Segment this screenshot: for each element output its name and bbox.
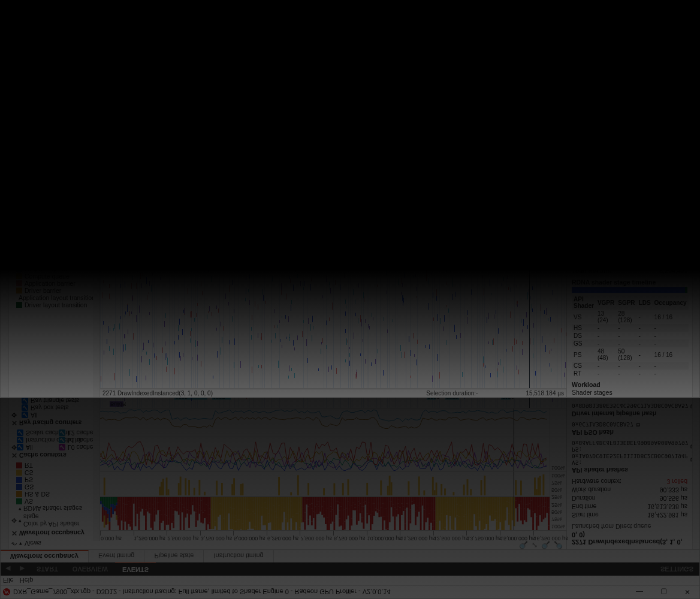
hide-details-rail[interactable]: Hide details bbox=[692, 398, 699, 549]
filter-events-input[interactable] bbox=[11, 248, 83, 256]
undo-icon[interactable]: ↶ bbox=[11, 540, 17, 547]
overlay-slider[interactable] bbox=[11, 239, 92, 246]
search-tool-icon[interactable]: 🔍 bbox=[519, 50, 528, 58]
close-rt-icon[interactable]: ✕ bbox=[11, 419, 17, 427]
search-tool-icon[interactable]: 🔍 bbox=[519, 541, 528, 549]
event-timeline-lane[interactable]: BuildR1995199720672072215649419961998206… bbox=[100, 191, 566, 389]
ray-tracing-lane[interactable] bbox=[100, 162, 566, 191]
zoom-out-icon[interactable]: 🔎 bbox=[554, 50, 563, 58]
time-cursor[interactable] bbox=[514, 69, 514, 127]
cache-all-check[interactable] bbox=[17, 149, 23, 155]
cache-instr-check[interactable] bbox=[17, 156, 23, 162]
nav-start[interactable]: START bbox=[29, 562, 65, 576]
cache-l2-check[interactable] bbox=[59, 430, 65, 437]
nav-back-icon[interactable]: ◀ bbox=[2, 25, 14, 35]
cache-scalar-check[interactable] bbox=[17, 163, 23, 170]
nav-back-icon[interactable]: ◀ bbox=[2, 564, 14, 574]
views-label[interactable]: Views bbox=[25, 540, 41, 547]
zoom-fit-icon[interactable]: ⤢ bbox=[532, 541, 538, 549]
minimize-button[interactable]: — bbox=[627, 586, 651, 599]
zoom-out-icon[interactable]: 🔎 bbox=[554, 541, 563, 549]
tab-instruction-timing[interactable]: Instruction timing bbox=[204, 37, 273, 49]
expand-icon[interactable]: ▾ bbox=[19, 52, 22, 58]
move-rt-icon[interactable]: ✥ bbox=[11, 180, 17, 187]
tab-event-timing[interactable]: Event timing bbox=[89, 37, 145, 49]
expand-icon[interactable]: ▾ bbox=[19, 541, 22, 547]
cache-l2-check[interactable] bbox=[59, 163, 65, 170]
nav-start[interactable]: START bbox=[29, 23, 65, 37]
nav-events[interactable]: EVENTS bbox=[115, 562, 156, 576]
rt-tri-check[interactable] bbox=[22, 398, 28, 404]
cache-l1-check[interactable] bbox=[59, 156, 65, 162]
menu-help[interactable]: Help bbox=[20, 15, 34, 22]
close-cache-icon[interactable]: ✕ bbox=[11, 451, 17, 459]
move-rt-icon[interactable]: ✥ bbox=[11, 412, 17, 419]
tab-pipeline-state[interactable]: Pipeline state bbox=[144, 550, 204, 562]
time-ruler[interactable]: 0.000 µs1,250.000 µs2,500.000 µs3,750.00… bbox=[100, 58, 566, 69]
hide-legend-rail[interactable]: Hide legend bbox=[1, 398, 9, 549]
ev-overlay-head[interactable]: Overlay bbox=[28, 231, 50, 238]
cache-l1-check[interactable] bbox=[59, 437, 65, 444]
nav-events[interactable]: EVENTS bbox=[115, 23, 156, 37]
rt-tri-check[interactable] bbox=[22, 195, 28, 202]
zoom-in-icon[interactable]: 🔍 bbox=[541, 50, 550, 58]
search-icon[interactable]: 🔍 bbox=[84, 249, 92, 256]
move-cache-icon[interactable]: ✥ bbox=[11, 148, 17, 155]
wavefront-occupancy-lane[interactable]: 100% 75% 50% 25% 25% 50% 75% 100% bbox=[100, 471, 566, 530]
copy-icon[interactable]: ⧉ bbox=[636, 171, 640, 178]
hide-legend-rail[interactable]: Hide legend bbox=[1, 50, 9, 397]
nav-forward-icon[interactable]: ▶ bbox=[16, 25, 28, 35]
move-cache-icon[interactable]: ✥ bbox=[11, 444, 17, 451]
cache-l0-check[interactable] bbox=[59, 444, 65, 451]
cache-instr-check[interactable] bbox=[17, 437, 23, 444]
time-ruler[interactable]: 0.000 µs1,250.000 µs2,500.000 µs3,750.00… bbox=[100, 530, 566, 541]
occupancy-color-mode[interactable]: Color by API shader stage bbox=[23, 71, 92, 86]
ray-tracing-lane[interactable] bbox=[100, 408, 566, 437]
move-ev-icon[interactable]: ✥ bbox=[11, 214, 17, 221]
occupancy-color-mode[interactable]: Color by API shader stage bbox=[23, 513, 92, 528]
rt-all-check[interactable] bbox=[22, 181, 28, 187]
close-rt-icon[interactable]: ✕ bbox=[11, 172, 17, 180]
cache-all-check[interactable] bbox=[17, 444, 23, 451]
menu-file[interactable]: File bbox=[3, 15, 14, 22]
close-ev-icon[interactable]: ✕ bbox=[11, 204, 17, 213]
menu-help[interactable]: Help bbox=[20, 577, 34, 585]
cache-counters-lane[interactable]: 100% bbox=[100, 128, 566, 162]
time-cursor[interactable] bbox=[514, 472, 514, 530]
nav-forward-icon[interactable]: ▶ bbox=[16, 564, 28, 574]
nav-overview[interactable]: OVERVIEW bbox=[65, 562, 115, 576]
cache-scalar-check[interactable] bbox=[17, 430, 23, 437]
tab-wavefront-occupancy[interactable]: Wavefront occupancy bbox=[1, 550, 89, 562]
ev-color-mode[interactable]: Color by queue bbox=[23, 214, 66, 221]
zoom-fit-icon[interactable]: ⤢ bbox=[532, 50, 538, 58]
tab-pipeline-state[interactable]: Pipeline state bbox=[144, 37, 204, 49]
maximize-button[interactable]: ▢ bbox=[651, 586, 675, 599]
views-label[interactable]: Views bbox=[25, 52, 41, 59]
wavefront-occupancy-lane[interactable]: 100% 75% 50% 25% 25% 50% 75% 100% bbox=[100, 69, 566, 128]
move-icon[interactable]: ✥ bbox=[11, 75, 17, 82]
close-section-icon[interactable]: ✕ bbox=[11, 62, 17, 70]
nav-overview[interactable]: OVERVIEW bbox=[65, 23, 115, 37]
minimize-button[interactable]: — bbox=[627, 1, 651, 14]
hide-details-rail[interactable]: Hide details bbox=[692, 50, 699, 397]
close-button[interactable]: ✕ bbox=[675, 586, 699, 599]
tab-event-timing[interactable]: Event timing bbox=[89, 550, 145, 562]
cache-counters-lane[interactable]: 100% bbox=[100, 437, 566, 471]
menu-file[interactable]: File bbox=[3, 577, 14, 585]
close-button[interactable]: ✕ bbox=[675, 1, 699, 14]
zoom-in-icon[interactable]: 🔍 bbox=[541, 541, 550, 549]
copy-icon[interactable]: ⧉ bbox=[636, 421, 640, 428]
close-section-icon[interactable]: ✕ bbox=[11, 529, 17, 537]
move-icon[interactable]: ✥ bbox=[11, 517, 17, 524]
maximize-button[interactable]: ▢ bbox=[651, 1, 675, 14]
cache-l0-check[interactable] bbox=[59, 149, 65, 155]
event-timeline-lane[interactable]: BuildR1995199720672072215649419961998206… bbox=[100, 398, 566, 408]
nav-settings[interactable]: SETTINGS bbox=[654, 565, 699, 573]
tab-instruction-timing[interactable]: Instruction timing bbox=[204, 550, 273, 562]
tab-wavefront-occupancy[interactable]: Wavefront occupancy bbox=[1, 37, 89, 49]
rt-box-check[interactable] bbox=[22, 188, 28, 195]
rt-box-check[interactable] bbox=[22, 405, 28, 412]
rt-all-check[interactable] bbox=[22, 412, 28, 419]
ev-filter-head[interactable]: Event filter bbox=[23, 222, 53, 229]
close-cache-icon[interactable]: ✕ bbox=[11, 140, 17, 148]
